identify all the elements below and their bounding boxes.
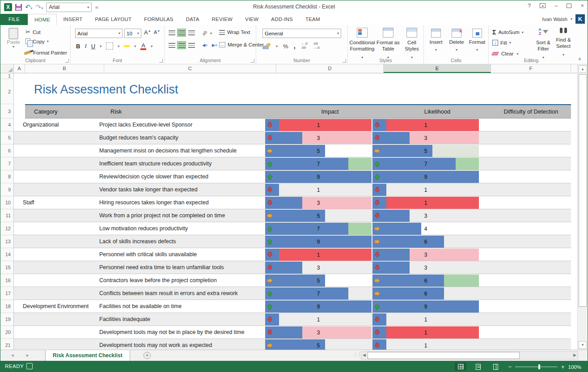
insert-cells-button[interactable]: Insert ▾ bbox=[427, 29, 445, 53]
minimize-button[interactable]: – bbox=[554, 2, 558, 9]
number-format-selector[interactable]: General▾ bbox=[262, 29, 341, 38]
vertical-scroll-thumb[interactable] bbox=[579, 74, 587, 307]
top-align-button[interactable] bbox=[167, 29, 176, 37]
restore-button[interactable] bbox=[567, 4, 571, 8]
row-13-impact-cell[interactable]: 9 bbox=[265, 236, 372, 248]
ribbon-tab-file[interactable]: FILE bbox=[0, 14, 28, 25]
borders-icon[interactable] bbox=[106, 42, 113, 50]
row-19-likelihood-cell[interactable]: 1 bbox=[372, 313, 479, 326]
increase-indent-button[interactable]: ▶≡ bbox=[210, 41, 219, 49]
zoom-in-button[interactable]: + bbox=[561, 364, 565, 370]
scroll-up-arrow[interactable]: ▲ bbox=[579, 65, 587, 73]
scroll-down-arrow[interactable]: ▼ bbox=[579, 341, 587, 349]
sheet-nav-left-icon[interactable]: ◂ bbox=[11, 352, 14, 358]
cell-styles-button[interactable]: Cell Styles ▾ bbox=[401, 28, 423, 60]
row-13-likelihood-cell[interactable]: 6 bbox=[372, 236, 479, 248]
risk-cell[interactable]: Facilities inadequate bbox=[99, 313, 262, 326]
format-as-table-button[interactable]: Format as Table ▾ bbox=[376, 28, 401, 60]
row-16-impact-cell[interactable]: 5 bbox=[265, 275, 372, 287]
middle-align-button[interactable] bbox=[177, 29, 186, 37]
row-10-impact-cell[interactable]: 3 bbox=[265, 197, 372, 209]
row-header-21[interactable]: 21 bbox=[0, 339, 13, 350]
collapse-ribbon-button[interactable]: ∧ bbox=[578, 56, 581, 61]
ribbon-tab-home[interactable]: HOME bbox=[28, 14, 57, 25]
row-15-likelihood-cell[interactable]: 3 bbox=[372, 262, 479, 274]
page-layout-view-button[interactable] bbox=[472, 363, 484, 371]
italic-button[interactable]: I bbox=[85, 42, 86, 50]
grow-font-button[interactable]: A▲ bbox=[144, 29, 151, 36]
table-header-impact[interactable]: Impact bbox=[276, 105, 384, 118]
decrease-decimal-button[interactable]: .00 →.0 bbox=[313, 42, 320, 50]
clear-button[interactable]: Clear ▾ bbox=[492, 51, 519, 56]
row-12-likelihood-cell[interactable]: 4 bbox=[372, 223, 479, 235]
font-size-selector[interactable]: 10▾ bbox=[124, 29, 141, 38]
ribbon-tab-add-ins[interactable]: ADD-INS bbox=[265, 14, 299, 25]
row-7-likelihood-cell[interactable]: 7 bbox=[372, 158, 479, 170]
row-header-16[interactable]: 16 bbox=[0, 274, 13, 287]
risk-cell[interactable]: Development tools may not work as expect… bbox=[99, 339, 262, 350]
row-header-3[interactable]: 3 bbox=[0, 104, 13, 118]
new-sheet-button[interactable]: + bbox=[144, 352, 151, 359]
row-header-9[interactable]: 9 bbox=[0, 183, 13, 196]
row-11-likelihood-cell[interactable]: 3 bbox=[372, 210, 479, 222]
worksheet[interactable]: 123456789101112131415161718192021 Risk A… bbox=[0, 73, 578, 350]
zoom-out-button[interactable]: − bbox=[508, 364, 512, 370]
ribbon-tab-insert[interactable]: INSERT bbox=[57, 14, 89, 25]
row-18-impact-cell[interactable]: 9 bbox=[265, 300, 372, 313]
paste-button[interactable]: Paste ▾ bbox=[4, 28, 23, 49]
row-header-13[interactable]: 13 bbox=[0, 235, 13, 248]
scroll-right-arrow[interactable]: ▶ bbox=[573, 353, 576, 357]
row-6-likelihood-cell[interactable]: 5 bbox=[372, 145, 479, 157]
center-button[interactable] bbox=[177, 41, 186, 49]
page-break-view-button[interactable] bbox=[490, 363, 501, 371]
align-right-button[interactable] bbox=[187, 41, 196, 49]
row-header-1[interactable]: 1 bbox=[0, 73, 13, 79]
risk-cell[interactable]: Personnel with critical skills unavailab… bbox=[99, 248, 262, 261]
accounting-format-button[interactable] bbox=[262, 43, 271, 49]
delete-cells-button[interactable]: × Delete ▾ bbox=[447, 29, 466, 53]
font-color-button[interactable]: A bbox=[140, 42, 146, 50]
autosum-button[interactable]: Σ AutoSum ▾ bbox=[492, 29, 524, 36]
row-14-likelihood-cell[interactable]: 3 bbox=[372, 249, 479, 261]
row-header-2[interactable]: 2 bbox=[0, 79, 13, 104]
row-header-11[interactable]: 11 bbox=[0, 209, 13, 222]
column-header-E[interactable]: E bbox=[384, 64, 491, 73]
horizontal-scroll-thumb[interactable] bbox=[368, 352, 520, 359]
row-header-5[interactable]: 5 bbox=[0, 131, 13, 144]
row-20-impact-cell[interactable]: 3 bbox=[265, 326, 372, 338]
account-area[interactable]: Ivan Walsh ▾ K bbox=[542, 14, 585, 24]
percent-style-button[interactable]: % bbox=[283, 43, 288, 50]
row-7-impact-cell[interactable]: 7 bbox=[265, 158, 372, 170]
row-4-impact-cell[interactable]: 1 bbox=[265, 119, 372, 131]
horizontal-scrollbar[interactable]: ◀ ▶ bbox=[361, 351, 578, 359]
wrap-text-button[interactable]: Wrap Text bbox=[219, 30, 250, 35]
risk-cell[interactable]: Personnel need extra time to learn unfam… bbox=[99, 261, 262, 274]
ribbon-tab-team[interactable]: TEAM bbox=[299, 14, 326, 25]
sheet-nav-right-icon[interactable]: ▸ bbox=[26, 352, 29, 358]
ribbon-tab-formulas[interactable]: FORMULAS bbox=[138, 14, 180, 25]
row-17-impact-cell[interactable]: 7 bbox=[265, 287, 372, 300]
row-header-10[interactable]: 10 bbox=[0, 196, 13, 209]
format-cells-button[interactable]: Format ▾ bbox=[468, 29, 486, 53]
scroll-left-arrow[interactable]: ◀ bbox=[363, 353, 366, 357]
ribbon-tab-data[interactable]: DATA bbox=[180, 14, 206, 25]
row-header-20[interactable]: 20 bbox=[0, 326, 13, 339]
table-header-difficulty-of-detection[interactable]: Difficulty of Detection bbox=[491, 105, 571, 118]
ribbon-tab-review[interactable]: REVIEW bbox=[206, 14, 239, 25]
shrink-font-button[interactable]: A▼ bbox=[154, 30, 160, 35]
row-4-likelihood-cell[interactable]: 1 bbox=[372, 119, 479, 131]
risk-cell[interactable]: Low motivation reduces productivity bbox=[99, 222, 262, 235]
risk-cell[interactable]: Budget reduces team's capacity bbox=[99, 131, 262, 144]
vertical-scrollbar[interactable]: ▲ ▼ bbox=[577, 64, 587, 350]
row-5-likelihood-cell[interactable]: 3 bbox=[372, 132, 479, 144]
risk-cell[interactable]: Development tools may not be in place by… bbox=[99, 326, 262, 338]
risk-cell[interactable]: Lack of skills increases defects bbox=[99, 235, 262, 248]
help-button[interactable]: ? bbox=[528, 2, 531, 9]
ribbon-tab-view[interactable]: VIEW bbox=[239, 14, 265, 25]
ribbon-tab-page-layout[interactable]: PAGE LAYOUT bbox=[89, 14, 138, 25]
horizontal-split-handle[interactable]: ⋮⋮ bbox=[353, 352, 361, 358]
sheet-title-cell[interactable]: Risk Assessment Checklist bbox=[34, 83, 178, 97]
fill-button[interactable]: ↓ Fill ▾ bbox=[492, 40, 511, 46]
risk-cell[interactable]: Facilities not be available on time bbox=[99, 300, 262, 313]
row-header-6[interactable]: 6 bbox=[0, 144, 13, 157]
